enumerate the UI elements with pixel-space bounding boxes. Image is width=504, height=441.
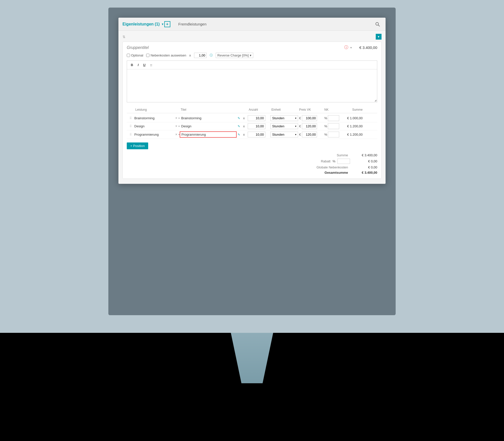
tab-dropdown-icon[interactable]: ▾ [162,22,163,26]
nk-cell-3: % [323,132,338,137]
row-handle-1[interactable]: ⠿ [127,116,134,120]
qty-cell-2 [248,123,270,129]
nk-input-1[interactable] [328,115,339,121]
quantity-info-icon[interactable]: ⓘ [210,53,213,57]
unit-select-2[interactable]: Stunden ▾ [270,123,298,129]
table-container: Leistung Titel Anzahl Einheit Preis VK N… [127,106,377,139]
quantity-input[interactable] [194,53,207,58]
nk-percent-1: % [324,116,327,120]
summe-value: € 3.400,00 [352,153,377,157]
row-delete-2[interactable]: ✕ [175,125,177,128]
monitor-screen: Eigenleistungen (1) ▾ + Fremdleistungen [0,0,504,333]
svg-point-0 [376,22,379,25]
service-label-1[interactable]: Brainstorming [134,116,174,120]
resize-handle[interactable]: ◢ [374,99,376,102]
charge-label: Reverse Charge [0%] [217,53,249,57]
options-row: Optional Nebenkosten ausweisen x ⓘ Rever… [127,53,377,58]
service-label-2[interactable]: Design [134,124,174,128]
charge-select[interactable]: Reverse Charge [0%] ▾ [216,53,253,58]
price-cell-2: € [298,123,323,129]
underline-button[interactable]: U [141,62,147,68]
search-button[interactable] [373,20,382,28]
summary-gesamtsumme-row: Gesamtsumme € 3.400,00 [281,171,377,174]
screen-bezel: Eigenleistungen (1) ▾ + Fremdleistungen [108,8,396,315]
bold-button[interactable]: B [129,62,135,68]
multiply-cell-2: x [240,124,248,128]
qty-cell-1 [248,115,270,121]
table-row: ⠿ Design ✕ ▾ ✎ x [127,122,377,130]
edit-icon-2[interactable]: ✎ [238,125,240,128]
row-handle-2[interactable]: ⠿ [127,125,134,128]
unit-dropdown-icon-1: ▾ [295,117,296,120]
row-title-cell-2: ✎ [180,123,240,129]
gesamtsumme-value: € 3.400,00 [352,171,377,174]
multiply-cell-3: x [240,133,248,136]
unit-cell-1: Stunden ▾ [270,115,298,121]
group-title-input[interactable] [127,45,344,50]
nk-cell-2: % [323,123,338,129]
unit-dropdown-icon-2: ▾ [295,125,296,128]
italic-button[interactable]: I [136,62,140,68]
nk-cell-1: % [323,115,338,121]
edit-icon-3[interactable]: ✎ [238,133,240,136]
tab-fremdleistungen[interactable]: Fremdleistungen [176,21,209,27]
price-input-1[interactable] [302,115,317,121]
summe-cell-1: € 1.000,00 [338,116,364,120]
nebenkosten-checkbox[interactable] [146,54,149,57]
nk-input-3[interactable] [328,132,339,137]
nebenkosten-checkbox-label[interactable]: Nebenkosten ausweisen [146,53,186,57]
unit-select-3[interactable]: Stunden ▾ [270,132,298,137]
add-position-button[interactable]: + Position [127,142,148,149]
qty-cell-3 [248,132,270,137]
editor-toolbar: B I U :: [127,61,377,69]
optional-checkbox[interactable] [127,54,130,57]
teal-corner-button[interactable]: ▾ [376,34,382,40]
qty-input-3[interactable] [248,132,265,137]
edit-icon-1[interactable]: ✎ [238,116,240,120]
stand-neck [217,333,287,383]
gesamtsumme-label: Gesamtsumme [281,171,348,174]
unit-select-1[interactable]: Stunden ▾ [270,115,298,121]
tab-eigenleistungen[interactable]: Eigenleistungen (1) ▾ [122,22,163,26]
group-dropdown-icon[interactable]: ▾ [350,46,355,49]
group-total: € 3.400,00 [359,45,377,50]
row-delete-1[interactable]: ✕ [175,116,177,120]
summary-globale-nk-row: Globale Nebenkosten € 0,00 [281,165,377,169]
row-service-2: Design ✕ ▾ [134,124,180,128]
table-button[interactable]: :: [148,62,154,68]
svg-line-1 [378,25,380,26]
row-title-input-1[interactable] [180,115,237,121]
service-label-3[interactable]: Programmierung [134,133,174,136]
summary-section: Summe € 3.400,00 Rabatt % € 0,00 Globale… [127,153,377,174]
row-delete-3[interactable]: ✕ [175,133,177,136]
tab-add-button[interactable]: + [164,21,170,27]
group-card: ⓘ ▾ € 3.400,00 Optional Nebenkosten ausw… [122,42,382,179]
unit-cell-2: Stunden ▾ [270,123,298,129]
summary-summe-row: Summe € 3.400,00 [281,153,377,157]
content-area: ⇅ ▾ ⓘ ▾ € 3.400,00 [118,31,386,184]
globale-nk-label: Globale Nebenkosten [281,165,348,169]
row-title-input-3[interactable] [180,131,237,138]
table-row: ⠿ Programmierung ✕ ▾ ✎ x [127,130,377,139]
table-row: ⠿ Brainstorming ✕ ▾ ✎ x [127,114,377,122]
row-handle-3[interactable]: ⠿ [127,133,134,136]
price-cell-3: € [298,132,323,137]
price-input-2[interactable] [302,123,317,129]
euro-sym-1: € [299,116,301,120]
price-input-3[interactable] [302,132,317,137]
nk-input-2[interactable] [328,123,339,129]
optional-checkbox-label[interactable]: Optional [127,53,143,57]
monitor-stand [0,333,504,441]
nk-percent-3: % [324,133,327,136]
editor-body[interactable]: ◢ [127,69,377,102]
row-title-cell-3: ✎ [180,131,240,138]
qty-input-1[interactable] [248,115,265,121]
sort-handle[interactable]: ⇅ [122,35,125,39]
nk-percent-2: % [324,124,327,128]
qty-input-2[interactable] [248,123,265,129]
search-icon [375,22,380,26]
rabatt-input[interactable] [337,159,350,164]
optional-label: Optional [131,53,143,57]
row-title-input-2[interactable] [180,123,237,129]
unit-dropdown-icon-3: ▾ [295,133,296,136]
